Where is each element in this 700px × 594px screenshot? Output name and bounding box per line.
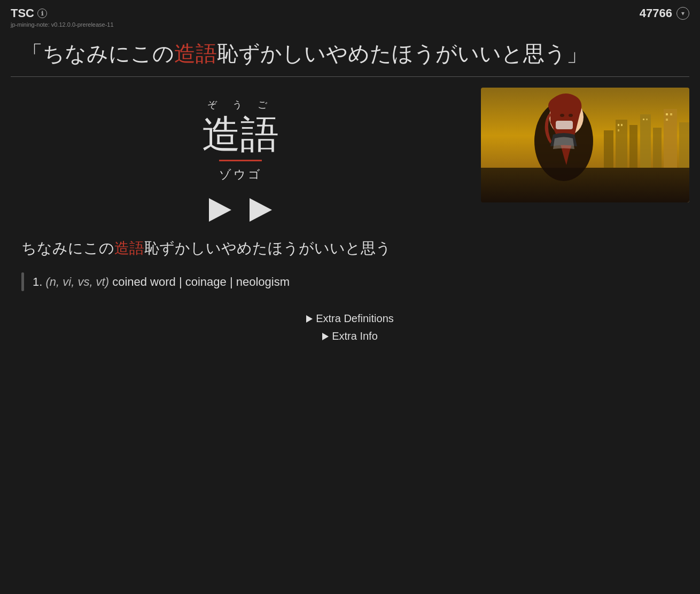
svg-rect-6 — [653, 128, 662, 168]
play-icon-1 — [209, 198, 231, 222]
context-sentence: ちなみにこの造語恥ずかしいやめたほうがいいと思う — [21, 237, 679, 260]
word-section: ぞ う ご 造語 ゾウゴ — [11, 88, 470, 226]
anime-scene-svg — [481, 88, 689, 202]
header: TSC ℹ jp-mining-note: v0.12.0.0-prerelea… — [0, 0, 700, 33]
audio-buttons — [204, 193, 277, 226]
svg-rect-16 — [666, 119, 668, 121]
svg-rect-1 — [481, 168, 689, 202]
context-before: ちなみにこの — [21, 240, 114, 256]
definition-bar-decoration — [21, 272, 24, 291]
extra-info-button[interactable]: Extra Info — [322, 330, 378, 342]
context-after: 恥ずかしいやめたほうがいいと思う — [144, 240, 391, 256]
word-reading: ぞ う ご — [207, 98, 274, 111]
svg-rect-21 — [556, 121, 573, 129]
sentence-section: 「ちなみにこの造語恥ずかしいやめたほうがいいと思う」 — [0, 33, 700, 76]
word-kanji: 造語 — [202, 113, 279, 155]
audio-button-2[interactable] — [244, 193, 277, 226]
svg-rect-2 — [604, 130, 613, 168]
sentence-before: 「ちなみにこの — [21, 42, 174, 65]
svg-rect-4 — [629, 125, 637, 168]
dropdown-icon[interactable]: ▾ — [676, 7, 689, 20]
extra-definitions-button[interactable]: Extra Definitions — [306, 312, 394, 325]
extra-info-triangle-icon — [322, 333, 329, 340]
extra-definitions-label: Extra Definitions — [316, 312, 394, 325]
svg-point-20 — [569, 114, 573, 117]
definition-pos: (n, vi, vs, vt) — [45, 275, 109, 288]
card-count: 47766 — [640, 6, 672, 20]
svg-rect-7 — [664, 109, 677, 168]
svg-rect-3 — [616, 120, 627, 168]
extra-sections: Extra Definitions Extra Info — [0, 307, 700, 353]
main-content: ぞ う ご 造語 ゾウゴ — [0, 77, 700, 232]
svg-rect-14 — [666, 113, 668, 115]
word-underline-decoration — [219, 160, 262, 161]
header-left: TSC ℹ jp-mining-note: v0.12.0.0-prerelea… — [11, 6, 114, 28]
app-title-text: TSC — [11, 6, 34, 20]
svg-rect-10 — [621, 124, 623, 126]
play-icon-2 — [250, 198, 272, 222]
info-icon[interactable]: ℹ — [37, 9, 47, 18]
sentence-after: 恥ずかしいやめたほうがいいと思う」 — [217, 42, 588, 65]
extra-info-label: Extra Info — [332, 330, 378, 342]
svg-rect-11 — [618, 129, 619, 131]
svg-point-19 — [560, 114, 564, 117]
audio-button-1[interactable] — [204, 193, 237, 226]
definition-text: 1. (n, vi, vs, vt) coined word | coinage… — [33, 272, 290, 291]
svg-rect-9 — [618, 124, 619, 126]
definition-meaning: coined word | coinage | neologism — [112, 275, 290, 288]
extra-definitions-triangle-icon — [306, 315, 313, 323]
sentence-highlight: 造語 — [174, 42, 217, 65]
definition-number: 1. — [33, 275, 42, 288]
svg-rect-12 — [643, 119, 644, 120]
svg-rect-15 — [670, 113, 672, 115]
header-right: 47766 ▾ — [640, 6, 689, 20]
definition-block: 1. (n, vi, vs, vt) coined word | coinage… — [21, 272, 679, 291]
svg-rect-13 — [646, 119, 648, 120]
context-highlight: 造語 — [114, 240, 144, 256]
svg-rect-8 — [679, 122, 689, 168]
anime-image — [481, 88, 689, 202]
sentence-text: 「ちなみにこの造語恥ずかしいやめたほうがいいと思う」 — [21, 38, 679, 68]
word-katakana: ゾウゴ — [219, 167, 262, 183]
version-label: jp-mining-note: v0.12.0.0-prerelease-11 — [11, 21, 114, 28]
svg-rect-5 — [640, 114, 651, 168]
definition-section: ちなみにこの造語恥ずかしいやめたほうがいいと思う 1. (n, vi, vs, … — [0, 232, 700, 307]
app-title-group: TSC ℹ — [11, 6, 114, 20]
image-section — [481, 88, 689, 226]
